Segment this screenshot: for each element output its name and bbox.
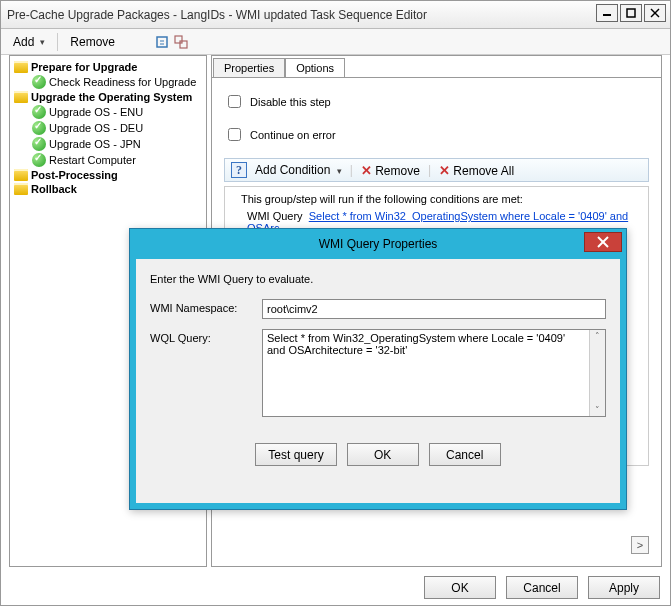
wmi-namespace-input[interactable]	[262, 299, 606, 319]
check-icon	[32, 121, 46, 135]
remove-condition-label: Remove	[375, 164, 420, 178]
dialog-cancel-button[interactable]: Cancel	[429, 443, 501, 466]
continue-on-error-checkbox[interactable]: Continue on error	[224, 125, 649, 144]
minimize-button[interactable]	[596, 4, 618, 22]
continue-on-error-input[interactable]	[228, 128, 241, 141]
condition-toolbar: ? Add Condition | ✕ Remove | ✕ Remove Al…	[224, 158, 649, 182]
tab-properties[interactable]: Properties	[213, 58, 285, 78]
dialog-body: Enter the WMI Query to evaluate. WMI Nam…	[130, 259, 626, 509]
wql-query-textarea[interactable]	[263, 330, 589, 416]
continue-on-error-label: Continue on error	[250, 129, 336, 141]
help-icon[interactable]: ?	[231, 162, 247, 178]
toolbar-divider: |	[428, 163, 431, 177]
test-query-button[interactable]: Test query	[255, 443, 336, 466]
tree-label: Upgrade OS - DEU	[49, 122, 143, 134]
wql-query-label: WQL Query:	[150, 329, 262, 344]
disable-step-checkbox[interactable]: Disable this step	[224, 92, 649, 111]
cancel-button[interactable]: Cancel	[506, 576, 578, 599]
tree-label: Check Readiness for Upgrade	[49, 76, 196, 88]
dialog-titlebar[interactable]: WMI Query Properties	[130, 229, 626, 259]
tree-label: Upgrade OS - ENU	[49, 106, 143, 118]
tab-label: Properties	[224, 62, 274, 74]
folder-icon	[14, 169, 28, 181]
disable-step-label: Disable this step	[250, 96, 331, 108]
wql-query-field: ˄ ˅	[262, 329, 606, 417]
svg-rect-1	[627, 9, 635, 17]
tree-step-restart[interactable]: Restart Computer	[30, 152, 204, 168]
tree-step-upgrade-enu[interactable]: Upgrade OS - ENU	[30, 104, 204, 120]
tree-step-upgrade-jpn[interactable]: Upgrade OS - JPN	[30, 136, 204, 152]
tab-label: Options	[296, 62, 334, 74]
tree-step-check-readiness[interactable]: Check Readiness for Upgrade	[30, 74, 204, 90]
dialog-intro: Enter the WMI Query to evaluate.	[150, 273, 606, 285]
check-icon	[32, 75, 46, 89]
dialog-ok-button[interactable]: OK	[347, 443, 419, 466]
add-label: Add	[13, 35, 34, 49]
dialog-title: WMI Query Properties	[319, 237, 438, 251]
check-icon	[32, 105, 46, 119]
toolbar-separator	[57, 33, 58, 51]
svg-rect-4	[157, 37, 167, 47]
dialog-close-button[interactable]	[584, 232, 622, 252]
disable-step-input[interactable]	[228, 95, 241, 108]
wmi-namespace-label: WMI Namespace:	[150, 299, 262, 314]
conditions-description: This group/step will run if the followin…	[231, 191, 642, 209]
svg-rect-7	[175, 36, 182, 43]
folder-icon	[14, 61, 28, 73]
close-button[interactable]	[644, 4, 666, 22]
scroll-right-button[interactable]: >	[631, 536, 649, 554]
main-toolbar: Add Remove	[1, 29, 670, 55]
tree-group-post-processing[interactable]: Post-Processing	[12, 168, 204, 182]
add-menu[interactable]: Add	[7, 33, 51, 51]
add-condition-label: Add Condition	[255, 163, 330, 177]
remove-label: Remove	[70, 35, 115, 49]
tree-step-upgrade-deu[interactable]: Upgrade OS - DEU	[30, 120, 204, 136]
check-icon	[32, 153, 46, 167]
dialog-main-buttons: OK Cancel Apply	[424, 576, 660, 599]
scroll-up-icon: ˄	[595, 331, 600, 341]
remove-all-icon: ✕	[439, 163, 450, 178]
tree-label: Rollback	[31, 183, 77, 195]
dialog-buttons: Test query OK Cancel	[150, 443, 606, 466]
svg-rect-8	[180, 41, 187, 48]
remove-all-conditions-button[interactable]: ✕ Remove All	[439, 163, 514, 178]
remove-button[interactable]: Remove	[64, 33, 121, 51]
window-titlebar: Pre-Cache Upgrade Packages - LangIDs - W…	[1, 1, 670, 29]
tree-label: Restart Computer	[49, 154, 136, 166]
textarea-scrollbar[interactable]: ˄ ˅	[589, 330, 605, 416]
window-title: Pre-Cache Upgrade Packages - LangIDs - W…	[7, 8, 427, 22]
toolbar-divider: |	[350, 163, 353, 177]
toolbar-icon-2[interactable]	[173, 34, 189, 50]
tree-label: Upgrade the Operating System	[31, 91, 192, 103]
tree-group-upgrade-os[interactable]: Upgrade the Operating System	[12, 90, 204, 104]
remove-condition-button[interactable]: ✕ Remove	[361, 163, 420, 178]
tree-label: Upgrade OS - JPN	[49, 138, 141, 150]
check-icon	[32, 137, 46, 151]
maximize-button[interactable]	[620, 4, 642, 22]
scroll-down-icon: ˅	[595, 405, 600, 415]
add-condition-menu[interactable]: Add Condition	[255, 163, 342, 177]
tree-label: Post-Processing	[31, 169, 118, 181]
tree-group-prepare[interactable]: Prepare for Upgrade	[12, 60, 204, 74]
tree-group-rollback[interactable]: Rollback	[12, 182, 204, 196]
ok-button[interactable]: OK	[424, 576, 496, 599]
tab-options[interactable]: Options	[285, 58, 345, 78]
folder-icon	[14, 91, 28, 103]
apply-button[interactable]: Apply	[588, 576, 660, 599]
remove-all-conditions-label: Remove All	[453, 164, 514, 178]
toolbar-icon-1[interactable]	[155, 34, 171, 50]
condition-type: WMI Query	[247, 210, 303, 222]
folder-icon	[14, 183, 28, 195]
wmi-query-dialog: WMI Query Properties Enter the WMI Query…	[129, 228, 627, 510]
tree-label: Prepare for Upgrade	[31, 61, 137, 73]
remove-icon: ✕	[361, 163, 372, 178]
